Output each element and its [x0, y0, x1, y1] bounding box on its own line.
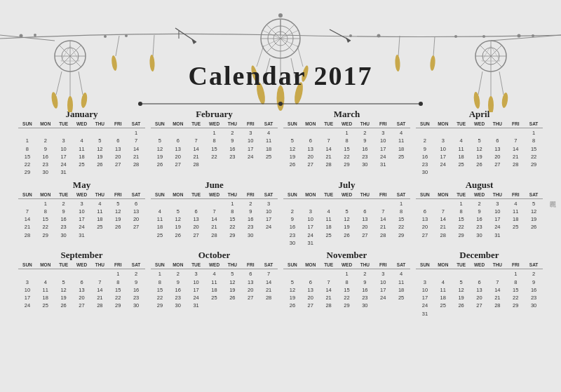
day-cell: 21: [90, 294, 109, 302]
day-cell: 9: [283, 215, 302, 223]
day-header-cell: SAT: [392, 262, 410, 268]
svg-point-73: [278, 102, 283, 106]
day-cell: 30: [416, 168, 434, 176]
day-cell: 5: [151, 137, 169, 144]
day-cell: 1: [338, 270, 356, 278]
day-cell: [374, 239, 392, 247]
day-cell: 10: [187, 278, 205, 286]
day-cell: 22: [151, 294, 169, 302]
day-cell: 29: [338, 302, 356, 309]
day-cell: 27: [241, 294, 259, 302]
svg-point-64: [488, 96, 494, 112]
day-cell: 27: [356, 231, 374, 239]
calendar-page: Calendar 2017 JanuarySUNMONTUEWEDTHUFRIS…: [0, 0, 561, 392]
day-cell: 4: [151, 208, 169, 215]
day-cell: 19: [283, 294, 302, 302]
svg-point-51: [518, 34, 521, 38]
day-cell: 20: [187, 223, 205, 231]
day-cell: 25: [506, 223, 525, 231]
day-cell: 15: [338, 286, 356, 294]
day-cell: 22: [452, 223, 471, 231]
day-cell: 25: [434, 302, 452, 309]
day-cell: [151, 129, 169, 137]
day-cell: 26: [90, 161, 109, 168]
day-cell: 7: [320, 278, 338, 286]
svg-line-65: [499, 72, 503, 95]
day-header-cell: WED: [338, 191, 356, 198]
day-cell: 7: [488, 278, 506, 286]
day-cell: 27: [302, 302, 320, 309]
day-cell: 13: [488, 145, 506, 153]
day-cell: 19: [169, 223, 187, 231]
day-cell: 24: [488, 223, 506, 231]
day-cell: [18, 200, 36, 208]
day-cell: 8: [109, 278, 127, 286]
day-cell: 5: [283, 137, 302, 144]
day-cell: 27: [127, 223, 145, 231]
day-cell: 18: [205, 286, 224, 294]
day-cell: 18: [90, 215, 109, 223]
day-cell: [416, 270, 434, 278]
day-cell: 16: [283, 223, 302, 231]
day-cell: [506, 310, 525, 318]
day-cell: 15: [109, 286, 127, 294]
day-cell: 8: [392, 208, 410, 215]
day-header-cell: SUN: [151, 121, 169, 127]
day-cell: [109, 168, 127, 176]
day-cell: [241, 302, 259, 309]
day-header-cell: MON: [169, 191, 187, 198]
day-cell: 14: [488, 286, 506, 294]
day-cell: 3: [302, 208, 320, 215]
day-header-cell: TUE: [320, 191, 338, 198]
days-grid: 1234567891011121314151617181920212223242…: [283, 200, 410, 248]
day-cell: 28: [127, 161, 145, 168]
month-block-november: NovemberSUNMONTUEWEDTHUFRISAT12345678910…: [283, 250, 410, 318]
day-cell: [488, 168, 506, 176]
day-cell: 9: [416, 145, 434, 153]
day-cell: 21: [259, 286, 278, 294]
day-cell: 19: [55, 294, 73, 302]
day-cell: [392, 161, 410, 168]
day-cell: 19: [338, 223, 356, 231]
day-cell: [283, 270, 302, 278]
day-cell: 11: [392, 278, 410, 286]
day-header-cell: SUN: [151, 262, 169, 268]
day-header-cell: MON: [36, 121, 55, 127]
day-cell: [73, 270, 91, 278]
day-cell: 19: [109, 215, 127, 223]
day-cell: [471, 129, 489, 137]
month-block-september: SeptemberSUNMONTUEWEDTHUFRISAT1234567891…: [18, 250, 145, 318]
day-cell: [55, 270, 73, 278]
day-header-cell: FRI: [241, 262, 259, 268]
month-name: July: [283, 180, 410, 191]
day-cell: 5: [338, 208, 356, 215]
day-cell: 12: [169, 215, 187, 223]
day-cell: 27: [302, 161, 320, 168]
month-name: September: [18, 250, 145, 261]
day-cell: 23: [36, 161, 55, 168]
svg-point-8: [50, 91, 59, 109]
day-cell: 16: [356, 286, 374, 294]
day-cell: 14: [506, 145, 525, 153]
day-cell: 1: [506, 270, 525, 278]
day-cell: 8: [338, 137, 356, 144]
day-header-cell: FRI: [109, 262, 127, 268]
day-cell: 4: [90, 200, 109, 208]
days-grid: 1234567891011121314151617181920212223242…: [151, 200, 278, 239]
day-cell: 24: [374, 294, 392, 302]
day-cell: 1: [109, 270, 127, 278]
day-cell: 28: [320, 161, 338, 168]
day-cell: 24: [434, 161, 452, 168]
day-header-cell: FRI: [506, 191, 525, 198]
day-cell: 7: [90, 278, 109, 286]
day-header-cell: FRI: [374, 262, 392, 268]
day-cell: 17: [374, 286, 392, 294]
day-cell: [506, 129, 525, 137]
day-headers: SUNMONTUEWEDTHUFRISAT: [416, 121, 543, 128]
day-cell: 23: [169, 294, 187, 302]
day-cell: [452, 310, 471, 318]
day-cell: 9: [169, 278, 187, 286]
day-cell: [338, 239, 356, 247]
day-cell: 18: [320, 223, 338, 231]
day-cell: 11: [36, 286, 55, 294]
